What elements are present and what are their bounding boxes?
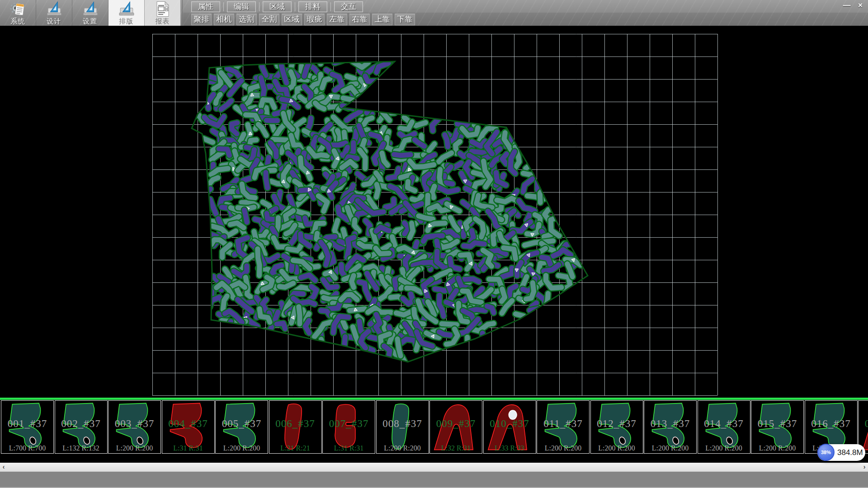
- toolbar: 系统 设计 设置 排版: [0, 0, 868, 26]
- piece-thumbnail[interactable]: 006_#37 L:21 R:21: [269, 400, 322, 454]
- tab-separator: [259, 2, 259, 11]
- piece-count-label: L:21 R:21: [269, 444, 321, 452]
- close-button[interactable]: ×: [854, 0, 867, 11]
- nesting-canvas[interactable]: [0, 26, 868, 398]
- piece-id-label: 001_#37: [1, 418, 53, 430]
- piece-count-label: L:200 R:200: [216, 444, 268, 452]
- piece-id-label: 007_#37: [323, 418, 375, 430]
- module-design-label: 设计: [36, 17, 72, 26]
- piece-thumbnail[interactable]: 001_#37 L:700 R:700: [1, 400, 54, 454]
- tab-separator: [223, 2, 224, 11]
- piece-id-label: 008_#37: [377, 418, 429, 430]
- tab-separator: [295, 2, 295, 11]
- piece-count-label: L:700 R:700: [1, 444, 53, 452]
- piece-thumbnail[interactable]: 011_#37 L:200 R:200: [537, 400, 590, 454]
- piece-thumbnail[interactable]: 013_#37 L:200 R:200: [644, 400, 697, 454]
- btn-align-left[interactable]: 左靠: [327, 14, 347, 25]
- piece-id-label: 014_#37: [698, 418, 750, 430]
- piece-count-label: L:33 R:33: [484, 444, 536, 452]
- window-controls: — ×: [840, 0, 867, 11]
- module-report[interactable]: 报表: [145, 0, 181, 26]
- set-square-icon: [118, 1, 135, 17]
- piece-count-label: L:200 R:200: [537, 444, 589, 452]
- minimize-button[interactable]: —: [840, 0, 854, 11]
- btn-region[interactable]: 区域: [282, 14, 302, 25]
- btn-cut-all[interactable]: 全割: [259, 14, 279, 25]
- piece-thumbnail-strip: 001_#37 L:700 R:700 002_#37 L:132 R:132 …: [0, 398, 868, 463]
- menu-tab-bar: 属性编辑区域排料交互: [191, 1, 363, 12]
- scroll-left-arrow-icon[interactable]: ‹: [0, 463, 7, 471]
- piece-thumbnail-list: 001_#37 L:700 R:700 002_#37 L:132 R:132 …: [0, 400, 868, 454]
- btn-defect[interactable]: 瑕疵: [304, 14, 325, 25]
- piece-id-label: 002_#37: [55, 418, 107, 430]
- piece-id-label: 015_#37: [751, 418, 803, 430]
- piece-id-label: 017_#37: [859, 418, 868, 430]
- tab-edit[interactable]: 编辑: [227, 1, 256, 12]
- piece-thumbnail[interactable]: 008_#37 L:200 R:200: [376, 400, 429, 454]
- piece-count-label: L:200 R:200: [644, 444, 696, 452]
- module-layout[interactable]: 排版: [108, 0, 145, 26]
- piece-count-label: L:200 R:200: [108, 444, 160, 452]
- status-bar: [0, 471, 868, 488]
- progress-size-label: 384.8M: [837, 444, 863, 461]
- piece-count-label: L:32 R:31: [430, 444, 482, 452]
- piece-thumbnail[interactable]: 002_#37 L:132 R:132: [55, 400, 108, 454]
- piece-count-label: L:200 R:200: [377, 444, 429, 452]
- tab-interactive[interactable]: 交互: [334, 1, 363, 12]
- toolbar-divider: [182, 0, 183, 26]
- piece-thumbnail[interactable]: 012_#37 L:200 R:200: [590, 400, 643, 454]
- tool-button-row: 聚排相机选割全割区域瑕疵左靠右靠上靠下靠: [191, 14, 417, 25]
- report-doc-icon: [155, 1, 170, 17]
- progress-indicator: 38% 384.8M: [817, 444, 865, 461]
- btn-align-top[interactable]: 上靠: [372, 14, 392, 25]
- piece-thumbnail[interactable]: 003_#37 L:200 R:200: [108, 400, 161, 454]
- piece-count-label: L:200 R:200: [591, 444, 643, 452]
- piece-id-label: 009_#37: [430, 418, 482, 430]
- piece-id-label: 010_#37: [484, 418, 536, 430]
- module-system-label: 系统: [0, 17, 36, 26]
- set-square-icon: [46, 1, 62, 17]
- horizontal-scrollbar[interactable]: ‹ ›: [0, 463, 868, 471]
- module-settings-label: 设置: [72, 17, 108, 26]
- piece-thumbnail[interactable]: 010_#37 L:33 R:33: [483, 400, 536, 454]
- piece-count-label: L:31 R:31: [323, 444, 375, 452]
- tab-nesting[interactable]: 排料: [298, 1, 327, 12]
- module-layout-label: 排版: [108, 17, 144, 26]
- progress-percent-badge: 38%: [817, 444, 835, 461]
- piece-thumbnail[interactable]: 007_#37 L:31 R:31: [322, 400, 375, 454]
- piece-id-label: 011_#37: [537, 418, 589, 430]
- piece-id-label: 013_#37: [644, 418, 696, 430]
- module-design[interactable]: 设计: [36, 0, 72, 26]
- btn-align-bottom[interactable]: 下靠: [395, 14, 415, 25]
- piece-id-label: 005_#37: [216, 418, 268, 430]
- btn-camera[interactable]: 相机: [214, 14, 234, 25]
- tab-properties[interactable]: 属性: [191, 1, 220, 12]
- module-system[interactable]: 系统: [0, 0, 36, 26]
- piece-count-label: L:200 R:200: [751, 444, 803, 452]
- piece-id-label: 006_#37: [269, 418, 321, 430]
- tab-separator: [330, 2, 331, 11]
- module-report-label: 报表: [145, 17, 180, 26]
- module-bar: 系统 设计 设置 排版: [0, 0, 181, 26]
- piece-thumbnail[interactable]: 005_#37 L:200 R:200: [215, 400, 268, 454]
- tab-region[interactable]: 区域: [263, 1, 292, 12]
- piece-id-label: 003_#37: [108, 418, 160, 430]
- piece-thumbnail[interactable]: 004_#37 L:31 R:31: [162, 400, 215, 454]
- set-square-icon: [82, 1, 99, 17]
- gear-notepad-icon: [9, 1, 27, 17]
- piece-count-label: L:31 R:31: [162, 444, 214, 452]
- nesting-viewport[interactable]: [0, 26, 868, 398]
- btn-align-right[interactable]: 右靠: [349, 14, 370, 25]
- piece-thumbnail[interactable]: 009_#37 L:32 R:31: [429, 400, 482, 454]
- piece-id-label: 012_#37: [591, 418, 643, 430]
- btn-select-cut[interactable]: 选割: [236, 14, 257, 25]
- btn-cluster-nest[interactable]: 聚排: [191, 14, 212, 25]
- module-settings[interactable]: 设置: [72, 0, 108, 26]
- application-window: 系统 设计 设置 排版: [0, 0, 868, 488]
- piece-thumbnail[interactable]: 015_#37 L:200 R:200: [751, 400, 804, 454]
- piece-count-label: L:200 R:200: [698, 444, 750, 452]
- piece-id-label: 016_#37: [805, 418, 857, 430]
- piece-thumbnail[interactable]: 014_#37 L:200 R:200: [698, 400, 750, 454]
- scroll-right-arrow-icon[interactable]: ›: [861, 463, 868, 471]
- piece-count-label: L:132 R:132: [55, 444, 107, 452]
